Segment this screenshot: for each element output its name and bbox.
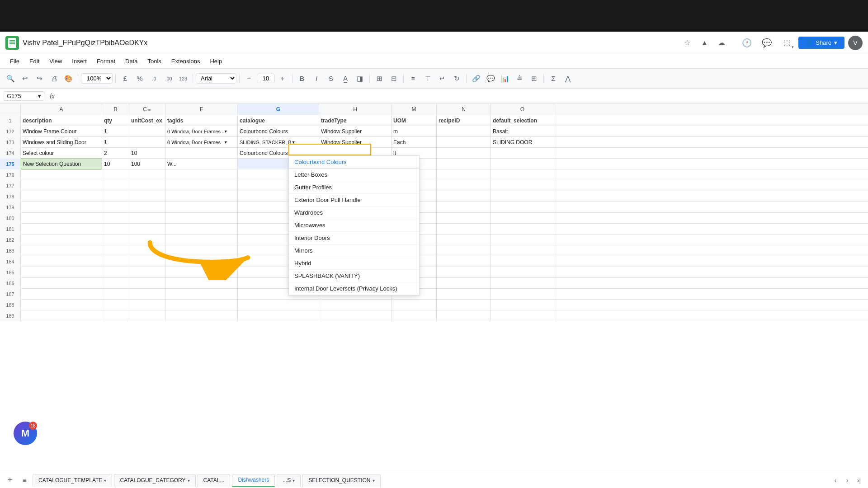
cell-c173[interactable] (129, 137, 165, 148)
menu-help[interactable]: Help (205, 56, 226, 66)
col-header-m[interactable]: M (392, 104, 437, 115)
zoom-select[interactable]: 100% (81, 73, 113, 84)
cell-f173[interactable]: 0 Window, Door Frames - ▼ (165, 137, 238, 148)
dropdown-list[interactable]: Colourbond Colours Letter Boxes Gutter P… (288, 155, 420, 296)
cell-b172[interactable]: 1 (102, 126, 129, 137)
cell-a174[interactable]: Select colour (21, 148, 102, 159)
cell-n172[interactable] (437, 126, 491, 137)
col-header-n[interactable]: N (437, 104, 491, 115)
chart-button[interactable]: 📊 (498, 72, 512, 85)
font-size-increase-button[interactable]: + (276, 72, 289, 85)
dropdown-item-interior-doors[interactable]: Interior Doors (289, 232, 419, 244)
tab-catal-partial[interactable]: CATAL... (198, 474, 231, 487)
cell-c175[interactable]: 100 (129, 159, 165, 169)
cell-o173[interactable]: SLIDING DOOR (491, 137, 554, 148)
dropdown-item-splashback[interactable]: SPLASHBACK (VANITY) (289, 270, 419, 282)
dropdown-item-exterior-door[interactable]: Exterior Door Pull Handle (289, 194, 419, 206)
tab-s-partial[interactable]: ...S ▾ (277, 474, 301, 487)
dropdown-item-colourbond[interactable]: Colourbond Colours (289, 156, 419, 169)
cell-reference-box[interactable]: G175 ▾ (4, 91, 44, 101)
cell-g172[interactable]: Colourbond Colours (238, 126, 319, 137)
cell-f174[interactable] (165, 148, 238, 159)
col-header-a[interactable]: A (21, 104, 102, 115)
cell-a172[interactable]: Window Frame Colour (21, 126, 102, 137)
menu-edit[interactable]: Edit (25, 56, 44, 66)
cell-a173[interactable]: Windows and Sliding Door (21, 137, 102, 148)
cell-m173[interactable]: Each (392, 137, 437, 148)
col-header-f[interactable]: F (165, 104, 238, 115)
menu-format[interactable]: Format (92, 56, 120, 66)
bold-button[interactable]: B (295, 72, 309, 85)
cell-b175[interactable]: 10 (102, 159, 129, 169)
col-header-c[interactable]: C ◂▸ (129, 104, 165, 115)
tab-nav-prev[interactable]: ‹ (830, 475, 841, 486)
more-button[interactable]: ⊞ (527, 72, 541, 85)
expand-button[interactable]: ⋀ (561, 72, 575, 85)
cloud-icon[interactable]: ☁ (715, 37, 728, 49)
tab-nav-expand[interactable]: ›| (854, 475, 864, 486)
paint-format-button[interactable]: 🎨 (61, 72, 75, 85)
cell-m1[interactable]: UOM (392, 115, 437, 126)
cell-o175[interactable] (491, 159, 554, 169)
dropdown-item-internal-door[interactable]: Internal Door Leversets (Privacy Locks) (289, 282, 419, 295)
font-select[interactable]: Arial (196, 73, 236, 84)
italic-button[interactable]: I (310, 72, 323, 85)
col-header-g[interactable]: G (238, 104, 319, 115)
redo-button[interactable]: ↪ (33, 72, 46, 85)
present-icon[interactable]: ⬚ ▾ (778, 35, 795, 51)
cell-f175[interactable]: W... (165, 159, 238, 169)
cell-n1[interactable]: recipeID (437, 115, 491, 126)
dropdown-item-letterboxes[interactable]: Letter Boxes (289, 169, 419, 181)
search-button[interactable]: 🔍 (4, 72, 17, 85)
font-size-input[interactable] (257, 74, 275, 83)
rotate-button[interactable]: ↻ (450, 72, 463, 85)
menu-view[interactable]: View (45, 56, 66, 66)
dropdown-item-microwaves[interactable]: Microwaves (289, 219, 419, 232)
cell-c1[interactable]: unitCost_ex (129, 115, 165, 126)
font-size-decrease-button[interactable]: − (242, 72, 256, 85)
tab-catalogue-template[interactable]: CATALOGUE_TEMPLATE ▾ (33, 474, 112, 487)
add-sheet-button[interactable]: + (4, 474, 16, 487)
cell-a1[interactable]: description (21, 115, 102, 126)
menu-extensions[interactable]: Extensions (167, 56, 205, 66)
merge-button[interactable]: ⊟ (387, 72, 401, 85)
menu-data[interactable]: Data (121, 56, 142, 66)
star-icon[interactable]: ☆ (681, 37, 693, 49)
col-header-h[interactable]: H (319, 104, 392, 115)
menu-insert[interactable]: Insert (67, 56, 91, 66)
link-button[interactable]: 🔗 (469, 72, 483, 85)
cell-b174[interactable]: 2 (102, 148, 129, 159)
cell-c174[interactable]: 10 (129, 148, 165, 159)
wrap-button[interactable]: ↵ (435, 72, 449, 85)
col-a-resize[interactable] (100, 104, 102, 115)
format-number-button[interactable]: 123 (176, 72, 190, 85)
tab-catalogue-category[interactable]: CATALOGUE_CATEGORY ▾ (114, 474, 195, 487)
menu-tools[interactable]: Tools (143, 56, 165, 66)
dropdown-search-input[interactable] (291, 146, 368, 153)
tab-dishwashers[interactable]: Dishwashers (232, 474, 275, 487)
col-header-b[interactable]: B (102, 104, 129, 115)
history-icon[interactable]: 🕐 (739, 35, 755, 51)
dropdown-item-wardrobes[interactable]: Wardrobes (289, 206, 419, 219)
currency-button[interactable]: £ (118, 72, 132, 85)
dropdown-item-gutter[interactable]: Gutter Profiles (289, 181, 419, 194)
cell-h1[interactable]: tradeType (319, 115, 392, 126)
sheet-menu-button[interactable]: ≡ (18, 474, 31, 487)
decimal-increase-button[interactable]: .00 (162, 72, 175, 85)
drive-icon[interactable]: ▲ (698, 37, 711, 49)
font-color-button[interactable]: A̲ (339, 72, 352, 85)
cell-c172[interactable] (129, 126, 165, 137)
decimal-decrease-button[interactable]: .0 (147, 72, 161, 85)
cell-h172[interactable]: Window Supplier (319, 126, 392, 137)
cell-a175[interactable]: New Selection Question (21, 159, 102, 169)
comment-icon[interactable]: 💬 (759, 35, 775, 51)
dropdown-input-box[interactable] (288, 144, 371, 155)
tab-nav-next[interactable]: › (842, 475, 853, 486)
cell-b1[interactable]: qty (102, 115, 129, 126)
cell-o174[interactable] (491, 148, 554, 159)
dropdown-item-hybrid[interactable]: Hybrid (289, 257, 419, 270)
fill-color-button[interactable]: ◨ (353, 72, 367, 85)
col-c-resize-arrows[interactable]: ◂▸ (147, 107, 151, 112)
tab-selection-question[interactable]: SELECTION_QUESTION ▾ (302, 474, 380, 487)
filter-button[interactable]: ≜ (513, 72, 526, 85)
